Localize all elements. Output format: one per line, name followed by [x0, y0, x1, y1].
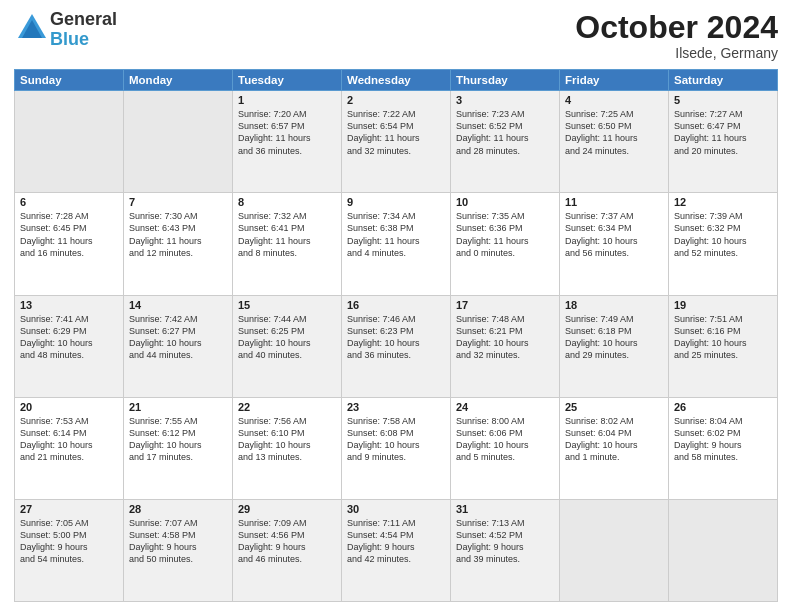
calendar-day-cell: 14Sunrise: 7:42 AMSunset: 6:27 PMDayligh…: [124, 295, 233, 397]
day-number: 6: [20, 196, 118, 208]
day-info: Sunrise: 7:07 AMSunset: 4:58 PMDaylight:…: [129, 517, 227, 566]
day-info: Sunrise: 7:55 AMSunset: 6:12 PMDaylight:…: [129, 415, 227, 464]
day-number: 26: [674, 401, 772, 413]
day-number: 21: [129, 401, 227, 413]
day-number: 8: [238, 196, 336, 208]
day-number: 22: [238, 401, 336, 413]
day-info: Sunrise: 8:04 AMSunset: 6:02 PMDaylight:…: [674, 415, 772, 464]
day-info: Sunrise: 7:34 AMSunset: 6:38 PMDaylight:…: [347, 210, 445, 259]
day-number: 9: [347, 196, 445, 208]
day-info: Sunrise: 8:00 AMSunset: 6:06 PMDaylight:…: [456, 415, 554, 464]
calendar-day-cell: 18Sunrise: 7:49 AMSunset: 6:18 PMDayligh…: [560, 295, 669, 397]
day-info: Sunrise: 7:09 AMSunset: 4:56 PMDaylight:…: [238, 517, 336, 566]
weekday-header-thursday: Thursday: [451, 70, 560, 91]
day-number: 11: [565, 196, 663, 208]
day-info: Sunrise: 7:22 AMSunset: 6:54 PMDaylight:…: [347, 108, 445, 157]
title-block: October 2024 Ilsede, Germany: [575, 10, 778, 61]
day-info: Sunrise: 7:27 AMSunset: 6:47 PMDaylight:…: [674, 108, 772, 157]
day-number: 29: [238, 503, 336, 515]
day-number: 12: [674, 196, 772, 208]
day-number: 25: [565, 401, 663, 413]
calendar-day-cell: 28Sunrise: 7:07 AMSunset: 4:58 PMDayligh…: [124, 499, 233, 601]
day-number: 20: [20, 401, 118, 413]
logo: General Blue: [14, 10, 117, 50]
calendar-day-cell: 30Sunrise: 7:11 AMSunset: 4:54 PMDayligh…: [342, 499, 451, 601]
calendar-day-cell: 12Sunrise: 7:39 AMSunset: 6:32 PMDayligh…: [669, 193, 778, 295]
calendar-day-cell: 6Sunrise: 7:28 AMSunset: 6:45 PMDaylight…: [15, 193, 124, 295]
day-number: 30: [347, 503, 445, 515]
weekday-header-wednesday: Wednesday: [342, 70, 451, 91]
calendar-day-cell: 9Sunrise: 7:34 AMSunset: 6:38 PMDaylight…: [342, 193, 451, 295]
day-number: 17: [456, 299, 554, 311]
calendar-week-row: 1Sunrise: 7:20 AMSunset: 6:57 PMDaylight…: [15, 91, 778, 193]
calendar-day-cell: 20Sunrise: 7:53 AMSunset: 6:14 PMDayligh…: [15, 397, 124, 499]
day-info: Sunrise: 7:32 AMSunset: 6:41 PMDaylight:…: [238, 210, 336, 259]
day-info: Sunrise: 7:46 AMSunset: 6:23 PMDaylight:…: [347, 313, 445, 362]
day-info: Sunrise: 7:35 AMSunset: 6:36 PMDaylight:…: [456, 210, 554, 259]
day-number: 3: [456, 94, 554, 106]
day-number: 4: [565, 94, 663, 106]
day-number: 5: [674, 94, 772, 106]
day-info: Sunrise: 7:39 AMSunset: 6:32 PMDaylight:…: [674, 210, 772, 259]
calendar-day-cell: 15Sunrise: 7:44 AMSunset: 6:25 PMDayligh…: [233, 295, 342, 397]
day-info: Sunrise: 7:49 AMSunset: 6:18 PMDaylight:…: [565, 313, 663, 362]
month-title: October 2024: [575, 10, 778, 45]
calendar-day-cell: 27Sunrise: 7:05 AMSunset: 5:00 PMDayligh…: [15, 499, 124, 601]
day-number: 13: [20, 299, 118, 311]
calendar-week-row: 13Sunrise: 7:41 AMSunset: 6:29 PMDayligh…: [15, 295, 778, 397]
logo-text: General Blue: [50, 10, 117, 50]
calendar-day-cell: 1Sunrise: 7:20 AMSunset: 6:57 PMDaylight…: [233, 91, 342, 193]
calendar-day-cell: 29Sunrise: 7:09 AMSunset: 4:56 PMDayligh…: [233, 499, 342, 601]
calendar-day-cell: 8Sunrise: 7:32 AMSunset: 6:41 PMDaylight…: [233, 193, 342, 295]
calendar-day-cell: 23Sunrise: 7:58 AMSunset: 6:08 PMDayligh…: [342, 397, 451, 499]
day-info: Sunrise: 7:37 AMSunset: 6:34 PMDaylight:…: [565, 210, 663, 259]
day-info: Sunrise: 7:11 AMSunset: 4:54 PMDaylight:…: [347, 517, 445, 566]
day-number: 1: [238, 94, 336, 106]
weekday-header-monday: Monday: [124, 70, 233, 91]
day-number: 18: [565, 299, 663, 311]
weekday-header-sunday: Sunday: [15, 70, 124, 91]
calendar-day-cell: 31Sunrise: 7:13 AMSunset: 4:52 PMDayligh…: [451, 499, 560, 601]
calendar-day-cell: 25Sunrise: 8:02 AMSunset: 6:04 PMDayligh…: [560, 397, 669, 499]
day-info: Sunrise: 7:48 AMSunset: 6:21 PMDaylight:…: [456, 313, 554, 362]
day-info: Sunrise: 7:05 AMSunset: 5:00 PMDaylight:…: [20, 517, 118, 566]
calendar-empty-cell: [560, 499, 669, 601]
day-info: Sunrise: 7:13 AMSunset: 4:52 PMDaylight:…: [456, 517, 554, 566]
calendar-day-cell: 13Sunrise: 7:41 AMSunset: 6:29 PMDayligh…: [15, 295, 124, 397]
logo-blue: Blue: [50, 29, 89, 49]
day-info: Sunrise: 7:23 AMSunset: 6:52 PMDaylight:…: [456, 108, 554, 157]
calendar-day-cell: 17Sunrise: 7:48 AMSunset: 6:21 PMDayligh…: [451, 295, 560, 397]
calendar-header-row: SundayMondayTuesdayWednesdayThursdayFrid…: [15, 70, 778, 91]
calendar-week-row: 27Sunrise: 7:05 AMSunset: 5:00 PMDayligh…: [15, 499, 778, 601]
day-number: 19: [674, 299, 772, 311]
day-number: 2: [347, 94, 445, 106]
day-info: Sunrise: 7:44 AMSunset: 6:25 PMDaylight:…: [238, 313, 336, 362]
calendar-day-cell: 4Sunrise: 7:25 AMSunset: 6:50 PMDaylight…: [560, 91, 669, 193]
day-info: Sunrise: 7:56 AMSunset: 6:10 PMDaylight:…: [238, 415, 336, 464]
day-number: 10: [456, 196, 554, 208]
day-info: Sunrise: 7:58 AMSunset: 6:08 PMDaylight:…: [347, 415, 445, 464]
calendar-day-cell: 3Sunrise: 7:23 AMSunset: 6:52 PMDaylight…: [451, 91, 560, 193]
page: General Blue October 2024 Ilsede, German…: [0, 0, 792, 612]
calendar-day-cell: 26Sunrise: 8:04 AMSunset: 6:02 PMDayligh…: [669, 397, 778, 499]
logo-general: General: [50, 9, 117, 29]
calendar-day-cell: 19Sunrise: 7:51 AMSunset: 6:16 PMDayligh…: [669, 295, 778, 397]
calendar-day-cell: 10Sunrise: 7:35 AMSunset: 6:36 PMDayligh…: [451, 193, 560, 295]
calendar-week-row: 6Sunrise: 7:28 AMSunset: 6:45 PMDaylight…: [15, 193, 778, 295]
header: General Blue October 2024 Ilsede, German…: [14, 10, 778, 61]
day-info: Sunrise: 7:42 AMSunset: 6:27 PMDaylight:…: [129, 313, 227, 362]
day-info: Sunrise: 8:02 AMSunset: 6:04 PMDaylight:…: [565, 415, 663, 464]
day-info: Sunrise: 7:41 AMSunset: 6:29 PMDaylight:…: [20, 313, 118, 362]
calendar-day-cell: 22Sunrise: 7:56 AMSunset: 6:10 PMDayligh…: [233, 397, 342, 499]
calendar-day-cell: 2Sunrise: 7:22 AMSunset: 6:54 PMDaylight…: [342, 91, 451, 193]
calendar-week-row: 20Sunrise: 7:53 AMSunset: 6:14 PMDayligh…: [15, 397, 778, 499]
day-number: 27: [20, 503, 118, 515]
calendar-day-cell: 16Sunrise: 7:46 AMSunset: 6:23 PMDayligh…: [342, 295, 451, 397]
weekday-header-saturday: Saturday: [669, 70, 778, 91]
calendar-table: SundayMondayTuesdayWednesdayThursdayFrid…: [14, 69, 778, 602]
day-info: Sunrise: 7:20 AMSunset: 6:57 PMDaylight:…: [238, 108, 336, 157]
day-number: 24: [456, 401, 554, 413]
day-info: Sunrise: 7:51 AMSunset: 6:16 PMDaylight:…: [674, 313, 772, 362]
calendar-day-cell: 7Sunrise: 7:30 AMSunset: 6:43 PMDaylight…: [124, 193, 233, 295]
calendar-empty-cell: [124, 91, 233, 193]
